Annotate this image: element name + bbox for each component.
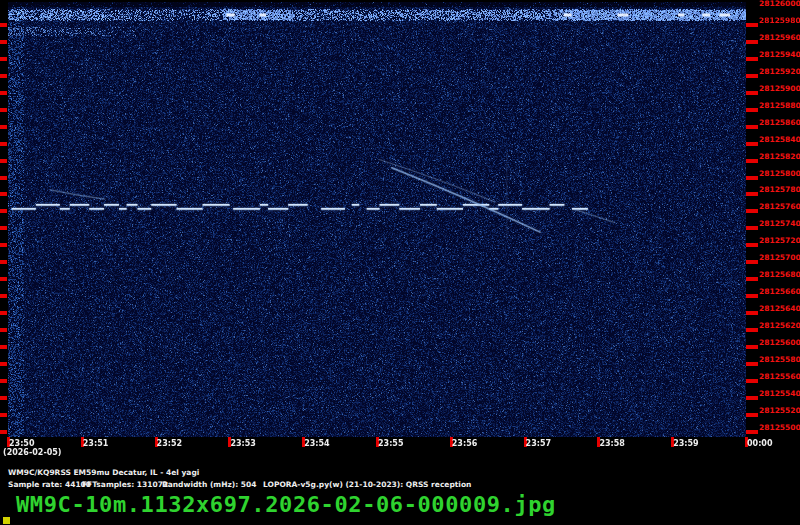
freq-axis-label: 28125920: [759, 68, 800, 76]
freq-axis-label: 28125620: [759, 322, 800, 330]
freq-tick-left: [0, 430, 7, 434]
freq-tick-right: [746, 91, 758, 95]
freq-axis-label: 28125960: [759, 34, 800, 42]
freq-axis-label: 28125560: [759, 373, 800, 381]
freq-axis-label: 28125860: [759, 119, 800, 127]
freq-tick-right: [746, 311, 758, 315]
freq-tick-left: [0, 209, 7, 213]
freq-tick-right: [746, 40, 758, 44]
freq-tick-right: [746, 345, 758, 349]
freq-tick-left: [0, 243, 7, 247]
freq-axis-label: 28125800: [759, 170, 800, 178]
freq-tick-left: [0, 159, 7, 163]
freq-tick-right: [746, 277, 758, 281]
freq-tick-left: [0, 260, 7, 264]
time-axis-label: 23:59: [673, 439, 698, 448]
freq-tick-right: [746, 23, 758, 27]
freq-tick-left: [0, 345, 7, 349]
time-axis-label: 23:51: [83, 439, 108, 448]
freq-axis-label: 28125580: [759, 356, 800, 364]
software-info: LOPORA-v5g.py(w) (21-10-2023): QRSS rece…: [263, 480, 471, 489]
freq-axis-label: 28125640: [759, 305, 800, 313]
time-axis-label: 23:53: [230, 439, 255, 448]
freq-tick-right: [746, 413, 758, 417]
freq-tick-right: [746, 396, 758, 400]
time-axis-label: 00:00: [747, 439, 772, 448]
freq-tick-right: [746, 142, 758, 146]
freq-tick-right: [746, 192, 758, 196]
freq-tick-right: [746, 243, 758, 247]
freq-tick-right: [746, 108, 758, 112]
freq-tick-right: [746, 176, 758, 180]
freq-axis-label: 28125820: [759, 153, 800, 161]
freq-axis-label: 28125940: [759, 51, 800, 59]
freq-tick-left: [0, 108, 7, 112]
freq-axis-label: 28125700: [759, 254, 800, 262]
freq-axis-label: 28125500: [759, 424, 800, 432]
freq-axis-label: 28125880: [759, 102, 800, 110]
freq-tick-left: [0, 328, 7, 332]
time-axis-label: 23:56: [452, 439, 477, 448]
freq-tick-right: [746, 74, 758, 78]
freq-tick-right: [746, 125, 758, 129]
freq-tick-left: [0, 125, 7, 129]
freq-tick-left: [0, 379, 7, 383]
time-axis-label: 23:55: [378, 439, 403, 448]
freq-tick-right: [746, 294, 758, 298]
qrss-grabber-screenshot: 2812600028125980281259602812594028125920…: [0, 0, 800, 525]
freq-axis-label: 28125760: [759, 203, 800, 211]
freq-axis-label: 28125660: [759, 288, 800, 296]
bandwidth-info: Bandwidth (mHz): 504: [162, 480, 256, 489]
freq-axis-label: 28125520: [759, 407, 800, 415]
freq-axis-label: 28125780: [759, 186, 800, 194]
freq-tick-right: [746, 226, 758, 230]
freq-tick-left: [0, 40, 7, 44]
freq-tick-left: [0, 413, 7, 417]
time-axis-label: 23:58: [599, 439, 624, 448]
freq-tick-left: [0, 226, 7, 230]
freq-tick-right: [746, 379, 758, 383]
station-info: WM9C/KQ9RSS EM59mu Decatur, IL - 4el yag…: [8, 468, 199, 477]
freq-tick-left: [0, 294, 7, 298]
freq-tick-left: [0, 396, 7, 400]
freq-axis-label: 28125840: [759, 136, 800, 144]
freq-axis-label: 28125900: [759, 85, 800, 93]
corner-marker: [3, 517, 10, 524]
freq-tick-right: [746, 362, 758, 366]
freq-tick-right: [746, 328, 758, 332]
fft-samples-info: FFTsamples: 131072: [82, 480, 168, 489]
time-axis-label: 23:54: [304, 439, 329, 448]
freq-tick-left: [0, 91, 7, 95]
freq-tick-left: [0, 57, 7, 61]
freq-tick-right: [746, 430, 758, 434]
freq-tick-right: [746, 159, 758, 163]
freq-axis-label: 28125540: [759, 390, 800, 398]
freq-axis-label: 28125680: [759, 271, 800, 279]
time-axis-label: 23:50: [9, 439, 34, 448]
freq-tick-left: [0, 192, 7, 196]
freq-axis-label: 28125720: [759, 237, 800, 245]
freq-tick-left: [0, 176, 7, 180]
freq-tick-left: [0, 142, 7, 146]
freq-axis-label: 28125980: [759, 17, 800, 25]
freq-tick-left: [0, 23, 7, 27]
freq-tick-left: [0, 74, 7, 78]
freq-tick-left: [0, 277, 7, 281]
freq-tick-right: [746, 57, 758, 61]
freq-tick-left: [0, 311, 7, 315]
freq-tick-right: [746, 260, 758, 264]
spectrogram-waterfall: [8, 2, 746, 437]
freq-tick-left: [0, 362, 7, 366]
date-label: (2026-02-05): [3, 448, 61, 457]
time-axis-label: 23:52: [157, 439, 182, 448]
freq-axis-label: 28125600: [759, 339, 800, 347]
filename-caption: WM9C-10m.1132x697.2026-02-06-000009.jpg: [16, 492, 556, 517]
freq-tick-right: [746, 209, 758, 213]
sample-rate-info: Sample rate: 44100: [8, 480, 91, 489]
time-axis-label: 23:57: [526, 439, 551, 448]
freq-axis-label: 28125740: [759, 220, 800, 228]
freq-axis-label: 28126000: [759, 0, 800, 8]
